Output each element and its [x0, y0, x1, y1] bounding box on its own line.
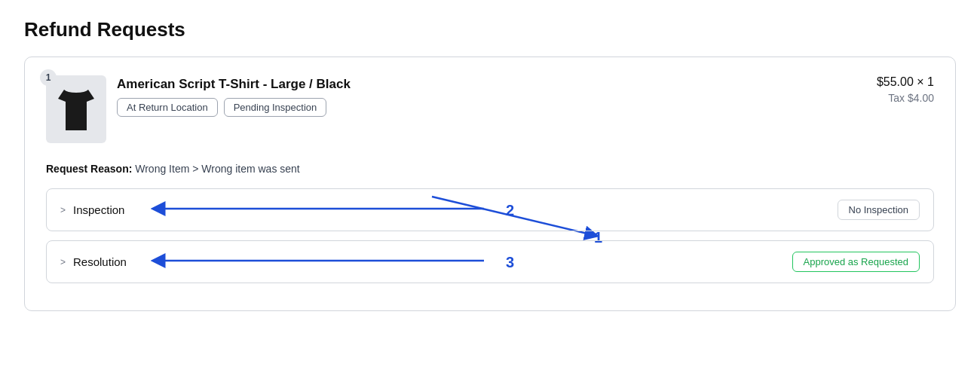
request-reason-text: Wrong Item > Wrong item was sent: [135, 163, 300, 175]
price-tax: Tax $4.00: [877, 92, 934, 104]
annotation-3: 3: [145, 246, 492, 279]
refund-card: 1 American Script T-Shirt - Large / Blac…: [24, 57, 956, 311]
product-price: $55.00 × 1 Tax $4.00: [877, 75, 934, 104]
request-reason: Request Reason: Wrong Item > Wrong item …: [46, 158, 934, 175]
request-reason-label: Request Reason:: [46, 163, 132, 175]
product-info: American Script T-Shirt - Large / Black …: [117, 75, 351, 117]
product-image: [46, 75, 106, 143]
tag-location: At Return Location: [117, 98, 218, 117]
inspection-label: Inspection: [73, 203, 124, 216]
product-count-badge: 1: [40, 69, 57, 86]
annotation-label-3: 3: [506, 253, 514, 270]
product-name: American Script T-Shirt - Large / Black: [117, 77, 351, 92]
resolution-label: Resolution: [73, 255, 127, 268]
inspection-chevron[interactable]: >: [60, 205, 66, 215]
page-title: Refund Requests: [24, 18, 956, 41]
price-main: $55.00 × 1: [877, 75, 934, 89]
inspection-section-left: > Inspection 2: [60, 203, 124, 216]
product-image-wrapper: 1: [46, 75, 106, 143]
resolution-section[interactable]: > Resolution 3 Approved as Requested: [46, 240, 934, 283]
inspection-section[interactable]: > Inspection 2 No Inspection: [46, 188, 934, 231]
resolution-section-left: > Resolution 3: [60, 255, 127, 268]
tags-row: At Return Location Pending Inspection: [117, 98, 351, 117]
resolution-chevron[interactable]: >: [60, 257, 66, 267]
resolution-badge: Approved as Requested: [792, 252, 920, 272]
tag-inspection: Pending Inspection: [224, 98, 327, 117]
product-left: 1 American Script T-Shirt - Large / Blac…: [46, 75, 351, 143]
product-row: 1 American Script T-Shirt - Large / Blac…: [46, 75, 934, 143]
annotation-label-2: 2: [506, 201, 514, 218]
inspection-badge: No Inspection: [838, 200, 920, 220]
annotation-2: 2: [145, 194, 492, 227]
